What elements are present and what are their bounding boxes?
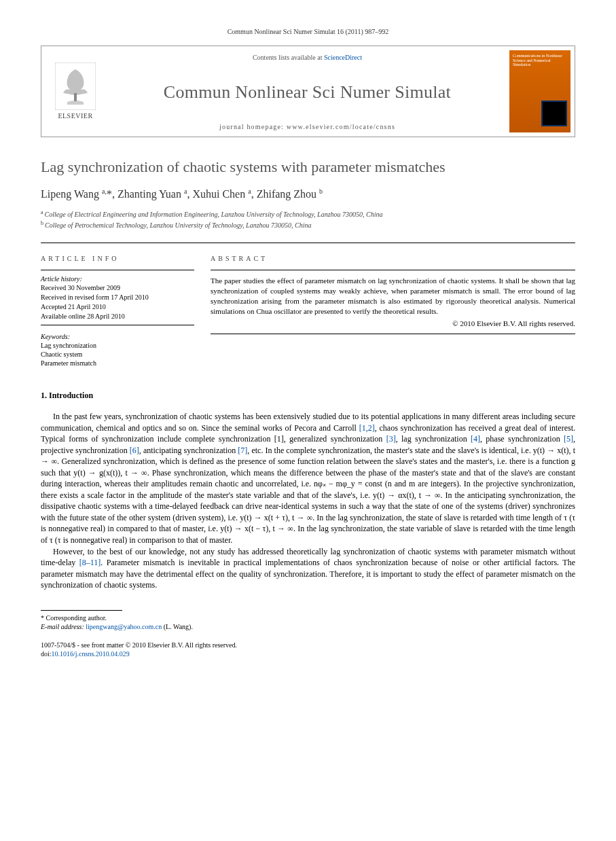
journal-header-box: ELSEVIER Contents lists available at Sci… xyxy=(41,46,575,137)
journal-cover-thumbnail: Communications in Nonlinear Science and … xyxy=(509,50,570,132)
intro-paragraph-1: In the past few years, synchronization o… xyxy=(41,411,575,546)
author-email-link[interactable]: lipengwang@yahoo.com.cn xyxy=(86,623,162,630)
intro-heading: 1. Introduction xyxy=(41,391,575,401)
doi-link[interactable]: 10.1016/j.cnsns.2010.04.029 xyxy=(52,650,130,658)
keyword-2: Chaotic system xyxy=(41,350,194,359)
footnote-rule xyxy=(41,610,122,611)
elsevier-tree-icon xyxy=(55,62,96,110)
email-line: E-mail address: lipengwang@yahoo.com.cn … xyxy=(41,622,575,631)
divider xyxy=(211,270,575,270)
history-accepted: Accepted 21 April 2010 xyxy=(41,302,194,311)
sciencedirect-link[interactable]: ScienceDirect xyxy=(324,54,362,61)
affiliation-a: aCollege of Electrical Engineering and I… xyxy=(41,209,575,219)
divider xyxy=(41,270,194,270)
affiliation-b: bCollege of Petrochemical Technology, La… xyxy=(41,219,575,230)
divider xyxy=(41,325,194,325)
contents-available: Contents lists available at ScienceDirec… xyxy=(253,53,362,62)
article-title: Lag synchronization of chaotic systems w… xyxy=(41,158,575,177)
svg-rect-1 xyxy=(74,93,77,101)
divider xyxy=(211,334,575,334)
cover-image-icon xyxy=(541,101,567,126)
author-list: Lipeng Wang a,*, Zhanting Yuan a, Xuhui … xyxy=(41,187,575,202)
publisher-name: ELSEVIER xyxy=(58,111,92,120)
info-abstract-row: ARTICLE INFO Article history: Received 3… xyxy=(41,243,575,368)
abstract-text: The paper studies the effect of paramete… xyxy=(211,276,575,316)
keyword-3: Parameter mismatch xyxy=(41,359,194,368)
history-label: Article history: xyxy=(41,274,194,283)
history-received: Received 30 November 2009 xyxy=(41,283,194,292)
corresponding-author-note: * Corresponding author. E-mail address: … xyxy=(41,613,575,631)
introduction-section: 1. Introduction In the past few years, s… xyxy=(41,391,575,590)
journal-citation: Commun Nonlinear Sci Numer Simulat 16 (2… xyxy=(41,27,575,36)
article-info-column: ARTICLE INFO Article history: Received 3… xyxy=(41,254,211,368)
history-online: Available online 28 April 2010 xyxy=(41,312,194,321)
journal-center-block: Contents lists available at ScienceDirec… xyxy=(109,46,505,137)
publisher-logo: ELSEVIER xyxy=(41,46,109,137)
affiliations: aCollege of Electrical Engineering and I… xyxy=(41,209,575,231)
keyword-1: Lag synchronization xyxy=(41,341,194,350)
abstract-column: ABSTRACT The paper studies the effect of… xyxy=(211,254,575,368)
cover-title: Communications in Nonlinear Science and … xyxy=(513,54,567,67)
article-info-heading: ARTICLE INFO xyxy=(41,254,194,263)
copyright-line: © 2010 Elsevier B.V. All rights reserved… xyxy=(211,319,575,328)
journal-homepage: journal homepage: www.elsevier.com/locat… xyxy=(219,122,395,131)
journal-name: Commun Nonlinear Sci Numer Simulat xyxy=(164,81,451,104)
history-revised: Received in revised form 17 April 2010 xyxy=(41,293,194,302)
intro-paragraph-2: However, to the best of our knowledge, n… xyxy=(41,546,575,591)
footer-block: 1007-5704/$ - see front matter © 2010 El… xyxy=(41,641,575,658)
keywords-label: Keywords: xyxy=(41,332,194,341)
doi-line: doi:10.1016/j.cnsns.2010.04.029 xyxy=(41,649,575,658)
abstract-heading: ABSTRACT xyxy=(211,254,575,263)
corr-label: * Corresponding author. xyxy=(41,613,575,622)
front-matter-line: 1007-5704/$ - see front matter © 2010 El… xyxy=(41,641,575,649)
